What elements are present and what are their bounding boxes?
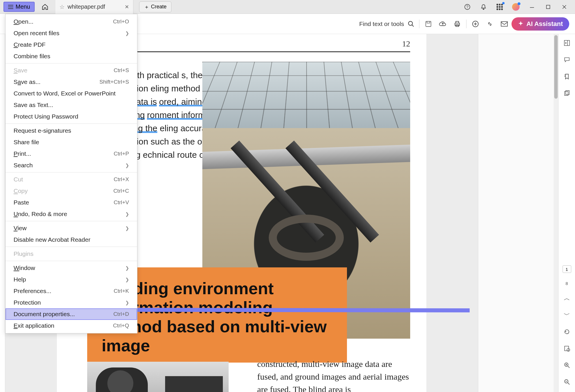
share-people-icon[interactable] [471,20,480,28]
chevron-right-icon: ❯ [125,300,129,305]
svg-rect-21 [566,91,569,95]
notification-bell-icon[interactable] [480,3,487,11]
svg-line-29 [568,383,570,385]
save-icon[interactable] [424,20,433,28]
comment-icon[interactable] [563,55,571,64]
menu-item-label: View [14,225,27,232]
menu-item-view[interactable]: View❯ [5,222,137,234]
menu-item-preferences[interactable]: Preferences...Ctrl+K [5,285,137,297]
svg-point-6 [408,21,412,25]
chevron-right-icon: ❯ [125,226,129,231]
maximize-icon[interactable] [544,3,552,11]
menu-shortcut: Ctrl+K [114,288,129,294]
home-button[interactable] [39,1,51,13]
menu-item-search[interactable]: Search❯ [5,160,137,171]
menu-item-combine-files[interactable]: Combine files [5,50,137,62]
search-icon[interactable] [408,20,415,27]
create-button[interactable]: ＋ Create [139,1,171,12]
menu-item-label: Window [14,265,35,271]
window-controls: ? [464,3,575,11]
menu-item-save-as[interactable]: Save as...Shift+Ctrl+S [5,76,137,88]
menu-item-label: Print... [14,150,31,157]
menu-item-label: Open recent files [14,30,59,37]
zoom-in-icon[interactable] [563,361,571,370]
menu-item-label: Plugins [14,250,33,257]
titlebar: Menu ☆ whitepaper.pdf ✕ ＋ Create ? [0,0,575,14]
hamburger-icon [8,5,13,9]
email-icon[interactable] [500,20,509,28]
menu-item-save-as-text[interactable]: Save as Text... [5,99,137,111]
menu-item-label: Save as Text... [14,102,53,108]
vertical-scrollbar[interactable] [554,34,558,392]
tab-close-button[interactable]: ✕ [125,4,129,10]
chevron-right-icon: ❯ [125,277,129,282]
menu-item-label: Open... [14,18,33,25]
menu-shortcut: Ctrl+Q [113,322,129,329]
menu-item-disable-new-acrobat-reader[interactable]: Disable new Acrobat Reader [5,234,137,245]
menu-item-help[interactable]: Help❯ [5,274,137,285]
menu-item-print[interactable]: Print...Ctrl+P [5,148,137,160]
fit-width-icon[interactable] [563,344,571,353]
pages-icon[interactable] [563,89,571,97]
rotate-icon[interactable] [563,327,571,336]
menu-item-label: Share file [14,139,39,146]
ai-assistant-button[interactable]: AI Assistant [511,17,569,31]
chevron-right-icon: ❯ [125,265,129,271]
page-number: 12 [402,39,410,48]
menu-item-protection[interactable]: Protection❯ [5,297,137,308]
menu-item-protect-using-password[interactable]: Protect Using Password [5,111,137,122]
menu-item-request-e-signatures[interactable]: Request e-signatures [5,125,137,136]
star-icon[interactable]: ☆ [59,3,65,10]
menu-item-share-file[interactable]: Share file [5,136,137,148]
menu-item-create-pdf[interactable]: Create PDF [5,39,137,50]
menu-button[interactable]: Menu [3,2,35,12]
svg-rect-12 [456,25,459,27]
panel-toggle-icon[interactable] [563,39,571,47]
link-icon[interactable] [486,20,494,28]
page-up-icon[interactable]: ︿ [563,294,571,303]
apps-icon[interactable] [496,3,503,11]
menu-item-label: Exit application [14,322,54,329]
right-tool-rail: 1 8 ︿ ﹀ [558,34,575,392]
menu-item-open[interactable]: Open...Ctrl+O [5,16,137,27]
main-menu-dropdown: Open...Ctrl+OOpen recent files❯Create PD… [5,14,137,333]
account-avatar-icon[interactable] [512,3,520,11]
menu-item-label: Protection [14,299,41,306]
left-gutter [0,34,5,392]
menu-item-undo-redo-more[interactable]: Undo, Redo & more❯ [5,208,137,220]
menu-item-document-properties[interactable]: Document properties...Ctrl+D [5,308,137,320]
svg-line-25 [568,366,570,368]
menu-item-label: Protect Using Password [14,113,78,120]
minimize-icon[interactable] [528,3,536,11]
print-icon[interactable] [453,20,462,28]
menu-item-paste[interactable]: PasteCtrl+V [5,197,137,208]
menu-item-copy: CopyCtrl+C [5,185,137,197]
cloud-upload-icon[interactable] [438,20,447,28]
close-window-icon[interactable] [561,3,568,11]
sparkle-icon [518,21,524,27]
create-label: Create [151,4,167,10]
menu-shortcut: Ctrl+O [113,18,129,25]
menu-item-label: Search [14,162,33,169]
menu-item-convert-to-word-excel-or-powerpoint[interactable]: Convert to Word, Excel or PowerPoint [5,88,137,99]
svg-line-7 [412,25,414,27]
menu-item-label: Save as... [14,78,40,85]
menu-item-label: Preferences... [14,288,51,295]
person-at-desk-photo [87,362,229,392]
menu-item-open-recent-files[interactable]: Open recent files❯ [5,27,137,39]
bookmark-icon[interactable] [563,72,571,81]
ai-assistant-label: AI Assistant [527,20,563,28]
scrollbar-thumb[interactable] [554,35,558,99]
menu-shortcut: Ctrl+V [114,199,129,206]
side-panel [478,34,554,392]
zoom-out-icon[interactable] [563,378,571,386]
find-tools[interactable]: Find text or tools [359,20,414,27]
help-icon[interactable]: ? [464,3,471,11]
menu-separator [5,247,137,247]
chevron-right-icon: ❯ [125,31,129,36]
menu-item-window[interactable]: Window❯ [5,262,137,274]
document-tab[interactable]: ☆ whitepaper.pdf ✕ [55,0,133,14]
menu-item-exit-application[interactable]: Exit applicationCtrl+Q [5,320,137,331]
current-page-input[interactable]: 1 [563,265,571,273]
page-down-icon[interactable]: ﹀ [563,311,571,319]
